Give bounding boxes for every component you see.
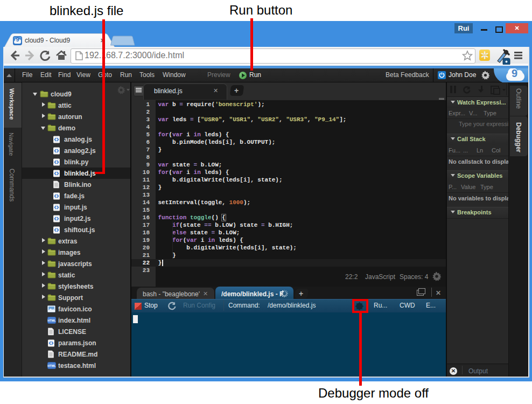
svg-text:HTML: HTML <box>47 364 56 367</box>
svg-text:HTML: HTML <box>47 319 56 322</box>
